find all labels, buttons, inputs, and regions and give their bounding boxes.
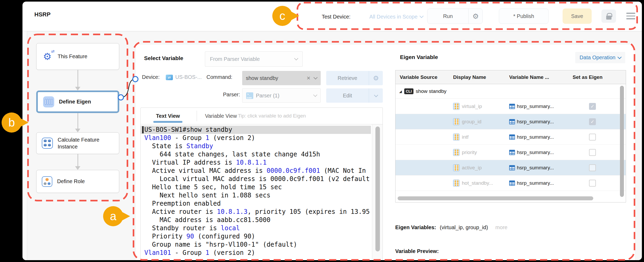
lock-button[interactable] [601, 10, 616, 23]
table-variable-icon [509, 134, 515, 140]
flow-step-define-role[interactable]: Define Role [36, 170, 119, 193]
terminal-line[interactable]: Active virtual MAC address is 0000.0c9f.… [144, 167, 371, 175]
set-as-eigen-checkbox[interactable] [589, 103, 596, 110]
parser-select[interactable]: Parser (1) [242, 88, 321, 103]
variable-name-value[interactable]: hsrp_summary... [517, 119, 554, 125]
variable-source-select[interactable]: From Parser Variable [205, 51, 303, 67]
display-name-value[interactable]: virtual_ip [462, 103, 482, 109]
column-display-name[interactable]: Display Name [453, 74, 509, 80]
variable-name-value[interactable]: hsrp_summary... [517, 134, 554, 140]
terminal-line[interactable]: Priority 90 (configured 90) [144, 232, 371, 241]
expand-triangle-icon[interactable]: ◢ [399, 89, 402, 93]
variable-name-value[interactable]: hsrp_summary... [517, 180, 554, 186]
table-vertical-scrollbar[interactable] [620, 86, 624, 197]
set-as-eigen-checkbox[interactable] [589, 180, 596, 187]
terminal-line[interactable]: Virtual IP address is 10.8.1.1 [144, 159, 371, 167]
terminal-line[interactable]: Standby router is local [144, 224, 371, 232]
variable-name-value[interactable]: hsrp_summary... [517, 103, 554, 109]
terminal-line[interactable]: Hello time 5 sec, hold time 15 sec [144, 183, 371, 191]
table-row[interactable]: active_iphsrp_summary... [395, 160, 626, 175]
set-as-eigen-checkbox[interactable] [589, 164, 596, 171]
display-name-value[interactable]: hot_standby... [462, 180, 493, 186]
flow-step-calculate-feature-instance[interactable]: Calculate Feature Instance [36, 132, 119, 154]
terminal-line[interactable]: Group name is "hsrp-Vl100-1" (default) [144, 241, 371, 249]
more-link[interactable]: more [495, 224, 508, 231]
variable-name-cell: hsrp_summary... [509, 134, 573, 140]
terminal-line[interactable]: US-BOS-SW1#show standby [141, 126, 371, 134]
display-name-cell: hot_standby... [453, 180, 509, 187]
table-row[interactable]: priorityhsrp_summary... [395, 145, 626, 160]
variable-preview-label: Variable Preview: [395, 248, 439, 254]
annotation-marker-a: a [103, 206, 123, 226]
tip-text: Tip: click variable to add Eigen [238, 113, 306, 119]
terminal-line[interactable]: Preemption enabled [144, 200, 371, 208]
column-set-as-eigen[interactable]: Set as Eigen [573, 74, 612, 80]
table-horizontal-scrollbar[interactable] [398, 196, 593, 200]
device-value[interactable]: US-BOS-... [175, 74, 202, 80]
terminal-line[interactable]: Local virtual MAC address is 0000.0c9f.f… [144, 175, 371, 183]
edit-dropdown-button[interactable] [369, 94, 383, 98]
terminal-lines[interactable]: US-BOS-SW1#show standbyVlan100 - Group 1… [141, 124, 383, 260]
variable-name-value[interactable]: hsrp_summary... [517, 150, 554, 155]
data-operation-dropdown[interactable]: Data Operation [575, 52, 625, 63]
table-group-row[interactable]: ◢ CLI show standby [395, 84, 626, 99]
variable-name-cell: hsrp_summary... [509, 119, 573, 125]
column-variable-name[interactable]: Variable Name ... [509, 74, 573, 80]
variable-name-cell: hsrp_summary... [509, 150, 573, 155]
menu-icon[interactable] [626, 13, 635, 19]
column-variable-source[interactable]: Variable Source [395, 74, 453, 80]
tab-variable-view[interactable]: Variable View [205, 113, 237, 119]
column-variable-icon [453, 103, 459, 110]
tab-text-view[interactable]: Text View [156, 113, 180, 119]
clear-icon[interactable]: × [307, 75, 310, 81]
display-name-value[interactable]: group_id [462, 119, 481, 125]
table-row[interactable]: virtual_iphsrp_summary... [395, 99, 626, 114]
publish-button[interactable]: * Publish [499, 8, 549, 24]
table-row[interactable]: group_idhsrp_summary... [395, 114, 626, 129]
define-eigen-panel: Select Variable From Parser Variable Dev… [136, 44, 635, 260]
variable-name-value[interactable]: hsrp_summary... [517, 165, 554, 171]
display-name-value[interactable]: priority [462, 150, 477, 155]
table-row[interactable]: hot_standby...hsrp_summary... [395, 175, 626, 191]
set-as-eigen-checkbox[interactable] [589, 134, 596, 141]
terminal-scrollbar[interactable] [372, 124, 383, 260]
set-as-eigen-checkbox[interactable] [589, 149, 596, 156]
test-device-label: Test Device: [322, 14, 351, 20]
screen: HSRP Test Device: All Devices in Scope R… [0, 0, 644, 262]
terminal-line[interactable]: Vlan100 - Group 1 (version 2) [144, 134, 371, 142]
set-as-eigen-cell [573, 180, 612, 187]
terminal-line[interactable]: Vlan101 - Group 1 (version 2) [144, 249, 371, 257]
chevron-down-icon [313, 93, 318, 97]
run-button[interactable]: Run [427, 13, 468, 19]
run-settings-gear-icon[interactable] [469, 9, 482, 24]
flow-step-define-eigen[interactable]: Define Eigen [36, 91, 119, 113]
run-button-group: Run [427, 8, 483, 24]
parser-value: Parser (1) [256, 93, 279, 99]
flow-step-this-feature[interactable]: This Feature [36, 43, 119, 70]
table-variable-icon [509, 104, 515, 109]
test-device-select[interactable]: All Devices in Scope [369, 14, 423, 20]
terminal-line[interactable]: Active router is 10.8.1.3, priority 105 … [144, 208, 371, 216]
retrieve-button[interactable]: Retrieve [326, 75, 369, 81]
save-button[interactable]: Save [563, 8, 592, 24]
set-as-eigen-cell [573, 164, 612, 171]
set-as-eigen-checkbox[interactable] [589, 118, 596, 125]
define-role-icon [42, 176, 52, 187]
terminal-line[interactable]: State is Standby [144, 142, 371, 150]
terminal-line[interactable]: 644 state changes, last state change 4d1… [144, 150, 371, 159]
table-variable-icon [509, 165, 515, 170]
terminal-line[interactable]: Next hello sent in 1.088 secs [144, 191, 371, 200]
eigen-variable-table: Variable Source Display Name Variable Na… [395, 70, 626, 202]
calculate-instance-icon [42, 138, 53, 149]
display-name-value[interactable]: active_ip [462, 165, 482, 171]
command-label: Command: [206, 74, 232, 80]
edit-button[interactable]: Edit [326, 93, 369, 99]
command-value: show standby [246, 75, 278, 81]
terminal-line[interactable]: MAC address is aabb.cc81.5000 [144, 216, 371, 224]
display-name-cell: intf [453, 134, 509, 141]
table-row[interactable]: intfhsrp_summary... [395, 129, 626, 145]
retrieve-settings-gear-icon[interactable] [369, 74, 383, 82]
display-name-value[interactable]: intf [462, 134, 468, 140]
command-select[interactable]: show standby × [242, 71, 321, 85]
scrollbar-thumb[interactable] [375, 127, 380, 251]
